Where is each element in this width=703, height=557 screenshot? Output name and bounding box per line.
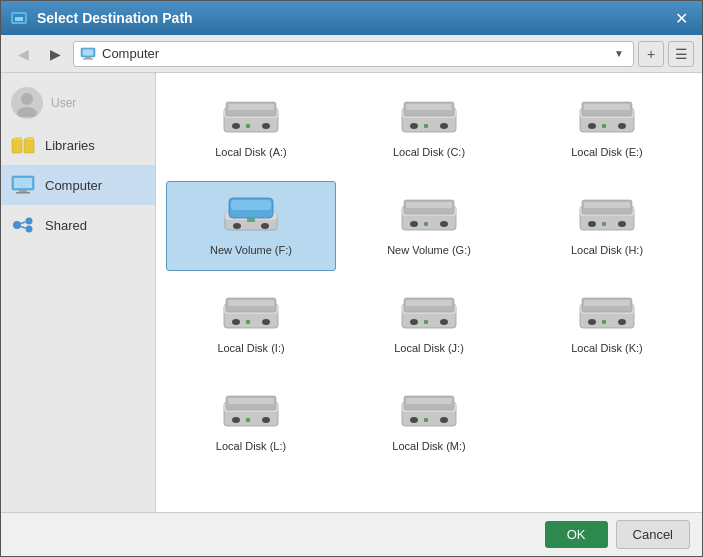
drive-icon-e	[577, 92, 637, 142]
drive-icon-c	[399, 92, 459, 142]
address-bar: Computer ▼	[73, 41, 634, 67]
file-item-j[interactable]: Local Disk (J:)	[344, 279, 514, 369]
svg-point-17	[13, 221, 21, 229]
svg-rect-46	[231, 200, 271, 210]
file-item-c[interactable]: Local Disk (C:)	[344, 83, 514, 173]
sidebar-item-computer[interactable]: Computer	[1, 165, 155, 205]
svg-point-62	[618, 221, 626, 227]
file-label-i: Local Disk (I:)	[217, 342, 284, 354]
toolbar: ◀ ▶ Computer ▼ + ☰	[1, 35, 702, 73]
svg-rect-42	[602, 124, 606, 128]
file-area: Local Disk (A:) Local Disk (C:) Local Di…	[156, 73, 702, 512]
svg-rect-39	[584, 104, 630, 110]
file-item-g[interactable]: New Volume (G:)	[344, 181, 514, 271]
file-item-h[interactable]: Local Disk (H:)	[522, 181, 692, 271]
file-item-l[interactable]: Local Disk (L:)	[166, 377, 336, 467]
sidebar: User Libraries	[1, 73, 156, 512]
computer-sidebar-icon	[11, 173, 35, 197]
svg-line-20	[21, 222, 26, 224]
drive-icon-j	[399, 288, 459, 338]
sidebar-libraries-label: Libraries	[45, 138, 95, 153]
svg-rect-60	[584, 202, 630, 208]
file-label-j: Local Disk (J:)	[394, 342, 464, 354]
file-item-e[interactable]: Local Disk (E:)	[522, 83, 692, 173]
drive-icon-m	[399, 386, 459, 436]
svg-point-18	[26, 218, 33, 225]
ok-button[interactable]: OK	[545, 521, 608, 548]
file-item-a[interactable]: Local Disk (A:)	[166, 83, 336, 173]
file-item-k[interactable]: Local Disk (K:)	[522, 279, 692, 369]
view-toggle-button[interactable]: ☰	[668, 41, 694, 67]
username-label: User	[51, 96, 76, 110]
address-dropdown-icon[interactable]: ▼	[611, 46, 627, 62]
svg-point-26	[232, 123, 240, 129]
drive-icon-h	[577, 190, 637, 240]
svg-rect-11	[24, 139, 34, 153]
library-icon	[11, 133, 35, 157]
shared-icon	[11, 213, 35, 237]
svg-rect-28	[246, 124, 250, 128]
file-label-m: Local Disk (M:)	[392, 440, 465, 452]
sidebar-item-shared[interactable]: Shared	[1, 205, 155, 245]
svg-rect-77	[424, 320, 428, 324]
file-label-e: Local Disk (E:)	[571, 146, 643, 158]
svg-rect-49	[247, 218, 255, 222]
dialog-window: Select Destination Path ✕ ◀ ▶ Computer ▼…	[0, 0, 703, 557]
svg-rect-25	[228, 104, 274, 110]
bottom-bar: OK Cancel	[1, 512, 702, 556]
cancel-button[interactable]: Cancel	[616, 520, 690, 549]
app-icon	[9, 8, 29, 28]
svg-rect-35	[424, 124, 428, 128]
svg-point-19	[26, 226, 33, 233]
svg-point-96	[410, 417, 418, 423]
drive-icon-l	[221, 386, 281, 436]
drive-icon-i	[221, 288, 281, 338]
svg-rect-81	[584, 300, 630, 306]
svg-point-7	[21, 93, 33, 105]
svg-rect-10	[14, 137, 22, 140]
svg-rect-4	[83, 49, 93, 55]
svg-point-82	[588, 319, 596, 325]
drive-icon-a	[221, 92, 281, 142]
svg-rect-53	[406, 202, 452, 208]
svg-rect-91	[246, 418, 250, 422]
drive-icon-g	[399, 190, 459, 240]
file-item-m[interactable]: Local Disk (M:)	[344, 377, 514, 467]
file-item-f[interactable]: New Volume (F:)	[166, 181, 336, 271]
sidebar-user[interactable]: User	[1, 81, 155, 125]
forward-button[interactable]: ▶	[41, 41, 69, 67]
svg-rect-2	[15, 17, 23, 21]
svg-point-34	[440, 123, 448, 129]
computer-icon	[80, 46, 96, 62]
file-label-c: Local Disk (C:)	[393, 146, 465, 158]
new-folder-button[interactable]: +	[638, 41, 664, 67]
file-label-f: New Volume (F:)	[210, 244, 292, 256]
main-content: User Libraries	[1, 73, 702, 512]
svg-point-8	[17, 107, 37, 117]
svg-point-61	[588, 221, 596, 227]
svg-rect-14	[14, 178, 32, 188]
svg-rect-9	[12, 139, 22, 153]
close-button[interactable]: ✕	[668, 7, 694, 29]
svg-rect-74	[406, 300, 452, 306]
svg-rect-5	[85, 57, 91, 59]
svg-point-47	[233, 223, 241, 229]
drive-icon-k	[577, 288, 637, 338]
svg-point-89	[232, 417, 240, 423]
svg-rect-98	[424, 418, 428, 422]
svg-point-83	[618, 319, 626, 325]
file-item-i[interactable]: Local Disk (I:)	[166, 279, 336, 369]
back-button[interactable]: ◀	[9, 41, 37, 67]
svg-point-54	[410, 221, 418, 227]
sidebar-shared-label: Shared	[45, 218, 87, 233]
svg-point-27	[262, 123, 270, 129]
svg-point-90	[262, 417, 270, 423]
drive-icon-f	[221, 190, 281, 240]
svg-rect-67	[228, 300, 274, 306]
address-text: Computer	[102, 46, 605, 61]
svg-rect-32	[406, 104, 452, 110]
sidebar-item-libraries[interactable]: Libraries	[1, 125, 155, 165]
svg-rect-56	[424, 222, 428, 226]
file-label-g: New Volume (G:)	[387, 244, 471, 256]
svg-rect-95	[406, 398, 452, 404]
